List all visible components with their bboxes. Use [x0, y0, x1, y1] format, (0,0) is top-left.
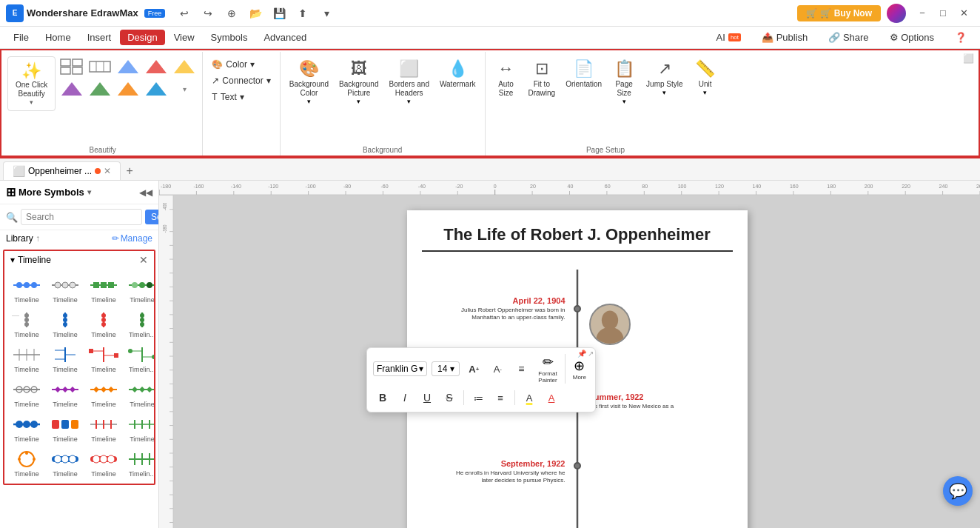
timeline-symbol-16[interactable]: Timeline — [124, 378, 154, 410]
avatar[interactable] — [887, 4, 906, 23]
toolbar-expand-icon[interactable]: ↗ — [588, 350, 594, 358]
more-button[interactable]: ▾ — [316, 3, 337, 24]
canvas-body[interactable]: The Life of Robert J. Oppenheimer April … — [174, 196, 980, 528]
format-painter-button[interactable]: ✏ FormatPainter — [535, 352, 560, 385]
auto-size-button[interactable]: ↔ AutoSize — [490, 56, 523, 101]
ai-button[interactable]: AI hot — [709, 30, 748, 45]
font-size-selector[interactable]: 14 ▾ — [432, 361, 460, 376]
unit-button[interactable]: 📏 Unit ▾ — [689, 56, 722, 99]
underline-button[interactable]: U — [417, 388, 437, 407]
timeline-symbol-15[interactable]: Timeline — [86, 378, 121, 410]
font-color-button[interactable]: A — [542, 388, 561, 407]
one-click-beautify-button[interactable]: ✨ One ClickBeautify ▾ — [7, 56, 56, 111]
background-color-button[interactable]: 🎨 BackgroundColor ▾ — [285, 56, 333, 108]
save-button[interactable]: 💾 — [269, 3, 289, 24]
highlight-button[interactable]: A — [520, 388, 539, 407]
more-button[interactable]: ⊕ More — [570, 356, 589, 382]
ribbon-expand-icon[interactable]: ⬜ — [963, 53, 974, 64]
layout-style-1[interactable] — [58, 56, 85, 77]
menu-design[interactable]: Design — [120, 30, 164, 45]
document-tab[interactable]: ⬜ Oppenheimer ... ✕ — [3, 161, 121, 180]
layout-style-2[interactable] — [87, 56, 113, 77]
minimize-button[interactable]: − — [912, 3, 933, 24]
open-button[interactable]: 📂 — [245, 3, 266, 24]
timeline-symbol-12[interactable]: Timelin... — [124, 343, 154, 375]
maximize-button[interactable]: □ — [933, 3, 953, 24]
sidebar-dropdown-icon[interactable]: ▾ — [87, 188, 91, 196]
watermark-button[interactable]: 💧 Watermark — [435, 56, 480, 92]
numbered-list-button[interactable]: ≔ — [469, 388, 488, 407]
menu-advanced[interactable]: Advanced — [256, 30, 314, 45]
timeline-symbol-17[interactable]: Timeline — [9, 412, 44, 444]
menu-insert[interactable]: Insert — [80, 30, 119, 45]
expand-arrow[interactable]: ▾ — [171, 78, 198, 99]
timeline-symbol-21[interactable]: Timeline — [9, 447, 44, 479]
add-tab-button[interactable]: + — [121, 162, 138, 180]
timeline-symbol-11[interactable]: Timeline — [86, 343, 121, 375]
background-picture-button[interactable]: 🖼 BackgroundPicture ▾ — [335, 56, 383, 108]
redo-button[interactable]: ↪ — [198, 3, 218, 24]
chat-bubble-button[interactable]: 💬 — [943, 476, 973, 506]
borders-headers-button[interactable]: ⬜ Borders andHeaders ▾ — [384, 56, 433, 108]
font-shrink-button[interactable]: A- — [488, 359, 507, 378]
timeline-symbol-23[interactable]: Timeline — [86, 447, 121, 479]
timeline-symbol-9[interactable]: Timeline — [9, 343, 44, 375]
jump-style-button[interactable]: ↗ Jump Style ▾ — [642, 56, 687, 99]
text-dropdown-button[interactable]: T Text ▾ — [207, 90, 275, 104]
fit-to-drawing-button[interactable]: ⊡ Fit toDrawing — [524, 56, 560, 101]
layout-style-4[interactable] — [143, 56, 170, 77]
timeline-symbol-18[interactable]: Timeline — [47, 412, 83, 444]
publish-button[interactable]: 📤 Publish — [754, 30, 815, 45]
timeline-symbol-13[interactable]: Timeline — [9, 378, 44, 410]
search-button[interactable]: Search — [145, 210, 159, 224]
timeline-symbol-8[interactable]: Timelin... — [124, 308, 154, 340]
toolbar-pin-icon[interactable]: 📌 — [577, 350, 586, 358]
layout-style-3[interactable] — [115, 56, 141, 77]
connector-dropdown-button[interactable]: ↗ Connector ▾ — [207, 74, 275, 87]
timeline-symbol-3[interactable]: Timeline — [86, 273, 121, 305]
timeline-symbol-20[interactable]: Timeline — [124, 412, 154, 444]
layout-style-6[interactable] — [58, 78, 85, 99]
layout-style-7[interactable] — [87, 78, 113, 99]
timeline-symbol-4[interactable]: Timeline — [124, 273, 154, 305]
menu-file[interactable]: File — [6, 30, 36, 45]
italic-button[interactable]: I — [395, 388, 415, 407]
page-size-button[interactable]: 📋 PageSize ▾ — [608, 56, 640, 108]
font-grow-button[interactable]: A+ — [464, 359, 483, 378]
timeline-symbol-14[interactable]: Timeline — [47, 378, 83, 410]
share-button[interactable]: 🔗 Share — [821, 30, 876, 45]
timeline-symbol-10[interactable]: Timeline — [47, 343, 83, 375]
timeline-symbol-1[interactable]: Timeline — [9, 273, 44, 305]
bullet-list-button[interactable]: ≡ — [491, 388, 510, 407]
orientation-button[interactable]: 📄 Orientation — [561, 56, 606, 92]
options-button[interactable]: ⚙ Options — [882, 30, 942, 45]
manage-button[interactable]: ✏ Manage — [112, 233, 152, 244]
help-button[interactable]: ❓ — [947, 30, 974, 45]
timeline-symbol-19[interactable]: Timeline — [86, 412, 121, 444]
tab-close-icon[interactable]: ✕ — [104, 166, 111, 176]
timeline-symbol-22[interactable]: Timeline — [47, 447, 83, 479]
undo-button[interactable]: ↩ — [174, 3, 195, 24]
menu-home[interactable]: Home — [38, 30, 78, 45]
timeline-symbol-2[interactable]: Timeline — [47, 273, 83, 305]
bold-button[interactable]: B — [373, 388, 392, 407]
export-button[interactable]: ⬆ — [292, 3, 313, 24]
timeline-symbol-5[interactable]: —— Timeline — [9, 308, 44, 340]
buy-now-button[interactable]: 🛒 🛒 Buy Now — [797, 5, 881, 21]
text-align-button[interactable]: ≡ — [511, 359, 531, 378]
timeline-close-button[interactable]: ✕ — [139, 254, 148, 266]
color-dropdown-button[interactable]: 🎨 Color ▾ — [207, 58, 275, 71]
menu-view[interactable]: View — [167, 30, 202, 45]
layout-style-9[interactable] — [143, 78, 170, 99]
sidebar-collapse-button[interactable]: ◀◀ — [139, 187, 152, 198]
strikethrough-button[interactable]: S — [440, 388, 459, 407]
layout-style-5[interactable] — [171, 56, 198, 77]
timeline-expand-icon[interactable]: ▾ — [10, 255, 15, 265]
timeline-symbol-7[interactable]: Timeline — [86, 308, 121, 340]
new-tab-button[interactable]: ⊕ — [221, 3, 242, 24]
timeline-symbol-6[interactable]: Timeline — [47, 308, 83, 340]
layout-style-8[interactable] — [115, 78, 141, 99]
close-button[interactable]: ✕ — [953, 3, 974, 24]
timeline-symbol-24[interactable]: Timelin... — [124, 447, 154, 479]
font-selector[interactable]: Franklin G ▾ — [373, 361, 427, 376]
